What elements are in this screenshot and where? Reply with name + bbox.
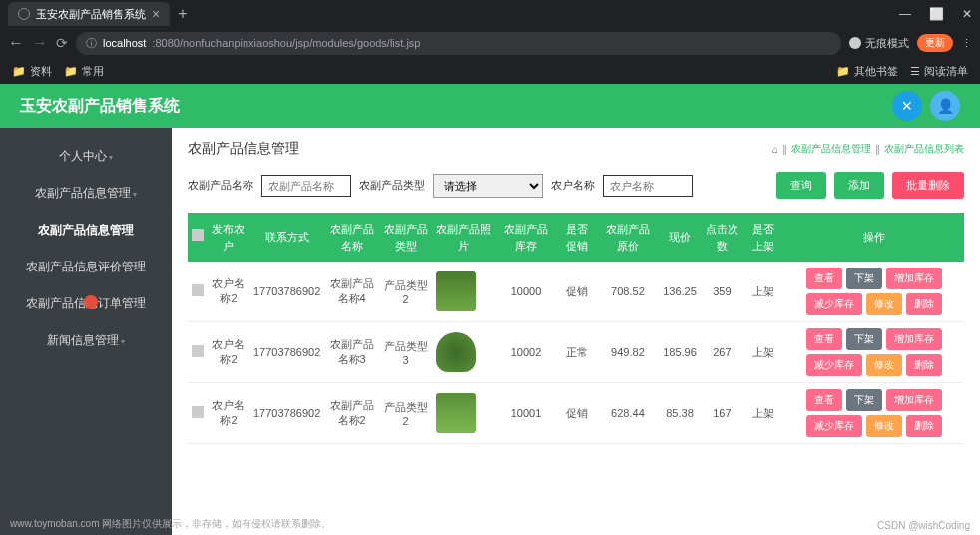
batch-delete-button[interactable]: 批量删除 — [892, 172, 964, 199]
off-shelf-button[interactable]: 下架 — [846, 328, 882, 350]
forward-icon[interactable]: → — [32, 34, 48, 52]
cell-stock: 10002 — [495, 322, 556, 383]
off-shelf-button[interactable]: 下架 — [846, 389, 882, 411]
bookmark-docs[interactable]: 📁资料 — [12, 64, 52, 79]
filter-type-label: 农副产品类型 — [359, 178, 425, 193]
col-ops: 操作 — [783, 213, 964, 262]
cell-clicks: 167 — [701, 383, 743, 444]
new-tab-button[interactable]: + — [178, 5, 187, 23]
reduce-stock-button[interactable]: 减少库存 — [806, 354, 862, 376]
edit-button[interactable]: 修改 — [866, 415, 902, 437]
url-input[interactable]: ⓘ localhost :8080/nonfuchanpinxiaoshou/j… — [76, 32, 841, 55]
row-checkbox[interactable] — [192, 345, 204, 357]
add-stock-button[interactable]: 增加库存 — [886, 268, 942, 289]
col-stock: 农副产品 库存 — [495, 213, 556, 262]
delete-button[interactable]: 删除 — [906, 415, 942, 437]
breadcrumb-link[interactable]: 农副产品信息管理 — [791, 142, 871, 156]
row-checkbox[interactable] — [192, 284, 204, 296]
col-contact: 联系方式 — [249, 213, 324, 262]
cell-now: 136.25 — [659, 262, 701, 322]
sidebar-item-order[interactable]: 农副产品信息订单管理 — [0, 285, 172, 322]
folder-icon: 📁 — [836, 65, 850, 78]
content-area: 农副产品信息管理 ⌂ ‖ 农副产品信息管理 ‖ 农副产品信息列表 农副产品名称 … — [172, 128, 980, 535]
row-actions: 查看 下架 增加库存 减少库存 修改 删除 — [787, 389, 960, 437]
reduce-stock-button[interactable]: 减少库存 — [806, 415, 862, 437]
cell-type: 产品类型2 — [379, 383, 432, 444]
view-button[interactable]: 查看 — [806, 328, 842, 350]
filter-farmer-label: 农户名称 — [551, 178, 595, 193]
incognito-icon — [849, 37, 861, 49]
filter-type-select[interactable]: 请选择 — [433, 174, 543, 198]
bookmark-reading[interactable]: ☰阅读清单 — [910, 64, 968, 79]
url-path: :8080/nonfuchanpinxiaoshou/jsp/modules/g… — [152, 37, 420, 49]
filter-farmer-input[interactable] — [603, 175, 693, 197]
cell-type: 产品类型3 — [379, 322, 432, 383]
table-row: 农户名称2 17703786902 农副产品名称4 产品类型2 10000 促销… — [188, 262, 964, 322]
menu-icon[interactable]: ⋮ — [961, 37, 972, 50]
bookmark-other[interactable]: 📁其他书签 — [836, 64, 898, 79]
back-icon[interactable]: ← — [8, 34, 24, 52]
cell-promo: 促销 — [557, 383, 597, 444]
settings-button[interactable]: ✕ — [892, 91, 922, 121]
cell-name: 农副产品名称4 — [324, 262, 379, 322]
bookmark-common[interactable]: 📁常用 — [64, 64, 104, 79]
delete-button[interactable]: 删除 — [906, 354, 942, 376]
cell-farmer: 农户名称2 — [208, 383, 249, 444]
add-stock-button[interactable]: 增加库存 — [886, 328, 942, 350]
sidebar-item-review[interactable]: 农副产品信息评价管理 — [0, 249, 172, 285]
notification-dot — [84, 295, 98, 309]
info-icon: ⓘ — [86, 36, 97, 51]
user-button[interactable]: 👤 — [930, 91, 960, 121]
home-icon[interactable]: ⌂ — [772, 144, 778, 155]
row-actions: 查看 下架 增加库存 减少库存 修改 删除 — [787, 328, 960, 376]
off-shelf-button[interactable]: 下架 — [846, 268, 882, 289]
product-image[interactable] — [436, 271, 476, 311]
view-button[interactable]: 查看 — [806, 268, 842, 289]
cell-type: 产品类型2 — [379, 262, 432, 322]
add-stock-button[interactable]: 增加库存 — [886, 389, 942, 411]
product-image[interactable] — [436, 393, 476, 433]
select-all-checkbox[interactable] — [192, 229, 204, 241]
cell-farmer: 农户名称2 — [208, 322, 249, 383]
query-button[interactable]: 查询 — [776, 172, 826, 199]
reload-icon[interactable]: ⟳ — [56, 35, 68, 51]
cell-name: 农副产品名称2 — [324, 383, 379, 444]
page-title: 农副产品信息管理 — [188, 140, 299, 158]
filter-actions: 查询 添加 批量删除 — [776, 172, 964, 199]
edit-button[interactable]: 修改 — [866, 293, 902, 315]
watermark-left: www.toymoban.com 网络图片仅供展示，非存储，如有侵权请联系删除。 — [10, 517, 331, 531]
col-now: 现价 — [659, 213, 701, 262]
add-button[interactable]: 添加 — [834, 172, 884, 199]
minimize-icon[interactable]: — — [899, 7, 911, 21]
sidebar-item-news[interactable]: 新闻信息管理 — [0, 322, 172, 359]
sidebar: 个人中心 农副产品信息管理 农副产品信息管理 农副产品信息评价管理 农副产品信息… — [0, 128, 172, 535]
sidebar-item-personal[interactable]: 个人中心 — [0, 138, 172, 175]
col-promo: 是否 促销 — [557, 213, 597, 262]
sidebar-item-product-mgmt[interactable]: 农副产品信息管理 — [0, 212, 172, 249]
filter-bar: 农副产品名称 农副产品类型 请选择 农户名称 查询 添加 批量删除 — [188, 172, 964, 199]
browser-chrome: 玉安农副产品销售系统 × + — ⬜ ✕ ← → ⟳ ⓘ localhost :… — [0, 0, 980, 84]
cell-orig: 708.52 — [597, 262, 659, 322]
incognito-indicator: 无痕模式 — [849, 36, 909, 51]
filter-name-input[interactable] — [261, 175, 351, 197]
list-icon: ☰ — [910, 65, 920, 78]
edit-button[interactable]: 修改 — [866, 354, 902, 376]
watermark-right: CSDN @wishCoding — [877, 520, 970, 531]
cell-promo: 正常 — [557, 322, 597, 383]
address-bar: ← → ⟳ ⓘ localhost :8080/nonfuchanpinxiao… — [0, 28, 980, 58]
close-window-icon[interactable]: ✕ — [962, 7, 972, 21]
update-button[interactable]: 更新 — [917, 34, 953, 52]
delete-button[interactable]: 删除 — [906, 293, 942, 315]
app-header: 玉安农副产品销售系统 ✕ 👤 — [0, 84, 980, 128]
col-name: 农副产品 名称 — [324, 213, 379, 262]
app-title: 玉安农副产品销售系统 — [20, 96, 180, 117]
cell-orig: 628.44 — [597, 383, 659, 444]
reduce-stock-button[interactable]: 减少库存 — [806, 293, 862, 315]
close-icon[interactable]: × — [152, 6, 160, 22]
maximize-icon[interactable]: ⬜ — [929, 7, 944, 21]
browser-tab[interactable]: 玉安农副产品销售系统 × — [8, 2, 170, 26]
product-image[interactable] — [436, 332, 476, 372]
view-button[interactable]: 查看 — [806, 389, 842, 411]
sidebar-item-product-info[interactable]: 农副产品信息管理 — [0, 175, 172, 212]
row-checkbox[interactable] — [192, 406, 204, 418]
